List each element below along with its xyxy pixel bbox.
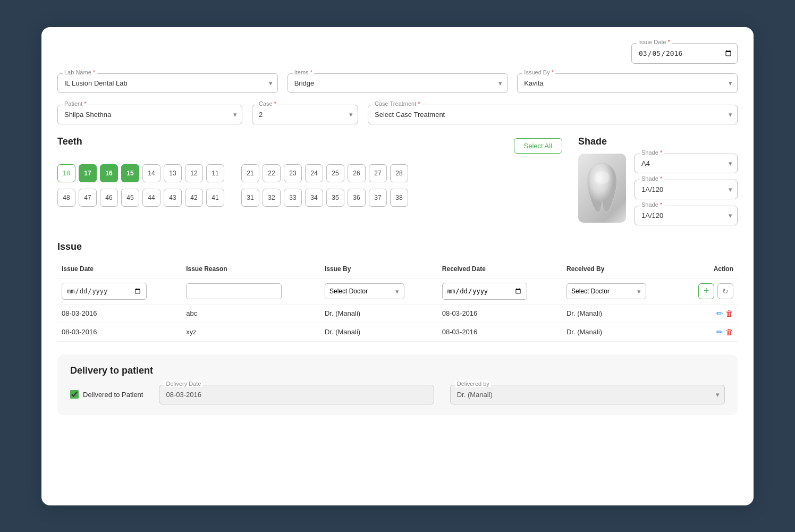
patient-select[interactable]: Shilpa Shethna — [57, 105, 242, 124]
col-received-date: Received Date — [438, 261, 562, 278]
tooth-14[interactable]: 14 — [142, 164, 160, 182]
tooth-17[interactable]: 17 — [79, 164, 97, 182]
shade3-wrapper: 1A/120 — [635, 206, 738, 225]
issue-date-input[interactable] — [631, 43, 738, 64]
refresh-button[interactable]: ↻ — [717, 283, 733, 299]
tooth-27[interactable]: 27 — [369, 164, 387, 182]
case-treatment-label: Case Treatment * — [373, 100, 422, 107]
lab-name-select[interactable]: IL Lusion Dental Lab — [57, 73, 278, 93]
tooth-image — [578, 154, 626, 223]
teeth-row-1: 18 17 16 15 14 13 12 11 21 22 23 24 25 2… — [57, 164, 562, 182]
teeth-shade-section: Teeth Select All 18 17 16 15 14 13 12 11… — [57, 136, 738, 225]
case-treatment-col: Case Treatment * Select Case Treatment — [368, 105, 738, 124]
tooth-23[interactable]: 23 — [284, 164, 302, 182]
col-issue-reason: Issue Reason — [182, 261, 320, 278]
case-treatment-wrapper: Select Case Treatment — [368, 105, 738, 124]
select-all-button[interactable]: Select All — [514, 138, 562, 154]
tooth-44[interactable]: 44 — [142, 189, 160, 207]
tooth-34[interactable]: 34 — [305, 189, 323, 207]
row1-delete-button[interactable]: 🗑 — [725, 309, 733, 318]
delivery-row: Delivered to Patient Delivery Date Deliv… — [70, 385, 725, 404]
tooth-32[interactable]: 32 — [263, 189, 281, 207]
issue-date-input-cell — [57, 278, 182, 304]
delivered-by-field: Delivered by Dr. (Manali) — [450, 385, 725, 404]
issued-by-select[interactable]: Kavita — [517, 73, 738, 93]
svg-point-0 — [595, 171, 610, 184]
tooth-35[interactable]: 35 — [326, 189, 344, 207]
tooth-16[interactable]: 16 — [100, 164, 118, 182]
received-by-select[interactable]: Select Doctor — [566, 283, 646, 299]
tooth-28[interactable]: 28 — [390, 164, 408, 182]
delivered-checkbox[interactable] — [70, 390, 79, 399]
row1-received-date: 08-03-2016 — [438, 304, 562, 323]
row1-issue-by: Dr. (Manali) — [320, 304, 438, 323]
shade2-select[interactable]: 1A/120 — [635, 180, 738, 199]
tooth-11[interactable]: 11 — [206, 164, 224, 182]
tooth-45[interactable]: 45 — [121, 189, 139, 207]
received-date-input[interactable] — [442, 283, 527, 300]
main-card: Issue Date * Lab Name * IL Lusion Dental… — [41, 27, 754, 505]
tooth-13[interactable]: 13 — [164, 164, 182, 182]
issue-date-group: Issue Date * — [631, 43, 738, 64]
issue-input-row: Select Doctor Select Doctor — [57, 278, 738, 304]
shade-fields: Shade * A4 Shade * — [635, 154, 738, 225]
case-select[interactable]: 2 — [252, 105, 358, 124]
case-label: Case * — [257, 100, 278, 107]
row2-edit-button[interactable]: ✏ — [716, 327, 723, 337]
issue-title: Issue — [57, 241, 738, 252]
tooth-38[interactable]: 38 — [390, 189, 408, 207]
tooth-46[interactable]: 46 — [100, 189, 118, 207]
issue-reason-input-cell — [182, 278, 320, 304]
top-row: Issue Date * — [57, 43, 738, 64]
tooth-21[interactable]: 21 — [241, 164, 259, 182]
case-treatment-select[interactable]: Select Case Treatment — [368, 105, 738, 124]
delivered-checkbox-label[interactable]: Delivered to Patient — [70, 390, 143, 399]
issued-by-wrapper: Kavita — [517, 73, 738, 93]
issue-table-header-row: Issue Date Issue Reason Issue By Receive… — [57, 261, 738, 278]
tooth-48[interactable]: 48 — [57, 189, 75, 207]
row2-delete-button[interactable]: 🗑 — [725, 327, 733, 336]
issue-date-input-field[interactable] — [62, 283, 147, 300]
issued-by-label: Issued By * — [522, 69, 555, 75]
items-col: Items * Bridge — [287, 73, 508, 93]
lab-name-label: Lab Name * — [63, 69, 97, 75]
shade1-select[interactable]: A4 — [635, 154, 738, 173]
add-button[interactable]: + — [698, 283, 714, 299]
delivery-date-input[interactable] — [159, 385, 434, 404]
tooth-22[interactable]: 22 — [263, 164, 281, 182]
tooth-43[interactable]: 43 — [164, 189, 182, 207]
tooth-36[interactable]: 36 — [348, 189, 366, 207]
tooth-15[interactable]: 15 — [121, 164, 139, 182]
delivered-by-label: Delivered by — [455, 381, 491, 387]
delivered-by-select[interactable]: Dr. (Manali) — [450, 385, 725, 404]
tooth-25[interactable]: 25 — [326, 164, 344, 182]
row2-received-by: Dr. (Manali) — [562, 323, 680, 341]
tooth-33[interactable]: 33 — [284, 189, 302, 207]
action-buttons: + ↻ — [684, 283, 733, 299]
issue-data-row-2: 08-03-2016 xyz Dr. (Manali) 08-03-2016 D… — [57, 323, 738, 341]
teeth-grid: 18 17 16 15 14 13 12 11 21 22 23 24 25 2… — [57, 164, 562, 207]
case-wrapper: 2 — [252, 105, 358, 124]
tooth-37[interactable]: 37 — [369, 189, 387, 207]
shade1-col: Shade * A4 — [635, 154, 738, 173]
items-select[interactable]: Bridge — [287, 73, 508, 93]
tooth-24[interactable]: 24 — [305, 164, 323, 182]
tooth-31[interactable]: 31 — [241, 189, 259, 207]
issue-by-select[interactable]: Select Doctor — [325, 283, 404, 299]
teeth-row-2: 48 47 46 45 44 43 42 41 31 32 33 34 35 3… — [57, 189, 562, 207]
tooth-41[interactable]: 41 — [206, 189, 224, 207]
issue-table: Issue Date Issue Reason Issue By Receive… — [57, 261, 738, 342]
row1-issue-reason: abc — [182, 304, 320, 323]
shade3-select[interactable]: 1A/120 — [635, 206, 738, 225]
tooth-26[interactable]: 26 — [348, 164, 366, 182]
shade2-label: Shade * — [640, 175, 664, 182]
teeth-title: Teeth — [57, 136, 82, 147]
tooth-18[interactable]: 18 — [57, 164, 75, 182]
tooth-47[interactable]: 47 — [79, 189, 97, 207]
row1-edit-button[interactable]: ✏ — [716, 309, 723, 318]
shade-title: Shade — [578, 136, 738, 147]
issue-reason-input[interactable] — [186, 283, 282, 299]
tooth-42[interactable]: 42 — [185, 189, 203, 207]
tooth-12[interactable]: 12 — [185, 164, 203, 182]
delivered-by-wrapper: Dr. (Manali) — [450, 385, 725, 404]
